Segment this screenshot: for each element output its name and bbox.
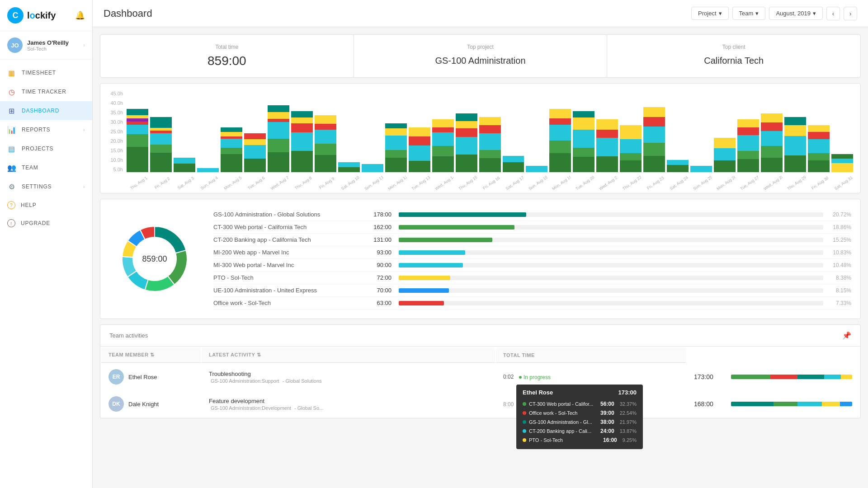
col-totaltime: TOTAL TIME bbox=[496, 347, 686, 363]
bar-segment bbox=[174, 164, 195, 172]
activities-thead: TEAM MEMBER ⇅ LATEST ACTIVITY ⇅ TOTAL TI… bbox=[101, 347, 859, 363]
project-name: CT-200 Banking app - California Tech bbox=[213, 236, 367, 243]
bar-segment bbox=[643, 117, 665, 127]
member-cell: DK Dale Knight bbox=[101, 391, 201, 417]
bar-segment bbox=[432, 156, 454, 172]
bar-group[interactable] bbox=[573, 111, 594, 172]
bar-segment bbox=[456, 137, 477, 155]
upgrade-icon: ↑ bbox=[7, 219, 15, 227]
project-bar-inner bbox=[399, 238, 492, 242]
project-dropdown[interactable]: Project ▾ bbox=[691, 7, 728, 20]
bar-group[interactable] bbox=[596, 119, 618, 172]
bar-group[interactable] bbox=[737, 119, 759, 172]
x-axis-label: Mon, Aug 19 bbox=[552, 175, 572, 191]
bar-group[interactable] bbox=[409, 127, 430, 172]
bar-group[interactable] bbox=[150, 117, 172, 172]
bar-group[interactable] bbox=[385, 123, 407, 172]
project-bar-outer bbox=[399, 263, 823, 267]
y-axis-label: 40.0h bbox=[108, 100, 125, 106]
project-bar-outer bbox=[399, 288, 823, 293]
sidebar-item-team[interactable]: 👥 TEAM bbox=[0, 158, 92, 177]
team-icon: 👥 bbox=[7, 163, 16, 172]
bar-segment bbox=[291, 111, 313, 117]
bar-group[interactable] bbox=[456, 113, 477, 172]
bar-segment bbox=[244, 133, 266, 139]
bar-group[interactable] bbox=[526, 166, 547, 172]
x-axis-label: Mon, Aug 5 bbox=[222, 175, 243, 191]
top-client-value: California Tech bbox=[618, 54, 849, 66]
bar-segment bbox=[596, 119, 618, 130]
bar-group[interactable] bbox=[479, 117, 501, 172]
notification-bell-icon[interactable]: 🔔 bbox=[75, 10, 85, 20]
bar-group[interactable] bbox=[714, 138, 736, 172]
sort-icon[interactable]: ⇅ bbox=[257, 352, 261, 357]
bar-segment bbox=[643, 156, 665, 172]
bar-group[interactable] bbox=[690, 166, 712, 172]
x-axis-label: Sun, Aug 4 bbox=[199, 175, 219, 191]
sidebar-item-reports[interactable]: 📊 REPORTS › bbox=[0, 120, 92, 139]
sidebar-item-label: PROJECTS bbox=[22, 145, 53, 152]
bar-group[interactable] bbox=[362, 164, 383, 172]
x-axis-label: Sun, Aug 25 bbox=[693, 175, 713, 191]
bar-group[interactable] bbox=[244, 133, 266, 172]
sidebar-item-dashboard[interactable]: ⊞ DASHBOARD bbox=[0, 101, 92, 120]
bar-segment bbox=[127, 134, 148, 147]
bar-group[interactable] bbox=[174, 158, 195, 172]
bar-group[interactable] bbox=[268, 105, 289, 172]
bar-group[interactable] bbox=[197, 168, 219, 172]
x-axis-label: Tue, Aug 20 bbox=[575, 175, 595, 191]
bar-group[interactable] bbox=[831, 154, 853, 172]
bar-segment bbox=[150, 145, 172, 153]
bar-segment bbox=[596, 138, 618, 156]
bar-segment bbox=[690, 166, 712, 172]
bar-group[interactable] bbox=[338, 162, 360, 172]
bar-group[interactable] bbox=[643, 107, 665, 172]
x-axis-label: Thu, Aug 22 bbox=[622, 175, 642, 191]
bar-segment bbox=[808, 125, 830, 132]
bar-group[interactable] bbox=[315, 115, 336, 172]
bar-group[interactable] bbox=[808, 125, 830, 172]
bar-group[interactable] bbox=[784, 117, 806, 172]
bar-group[interactable] bbox=[761, 113, 783, 172]
date-dropdown[interactable]: August, 2019 ▾ bbox=[769, 7, 823, 20]
bar-group[interactable] bbox=[503, 156, 524, 172]
bar-chart-area: 5.0h10.0h15.0h20.0h25.0h30.0h35.0h40.0h4… bbox=[108, 91, 853, 186]
sidebar-item-timesheet[interactable]: ▦ TIMESHEET bbox=[0, 63, 92, 82]
sidebar-item-timetracker[interactable]: ◷ TIME TRACKER bbox=[0, 82, 92, 101]
prev-date-button[interactable]: ‹ bbox=[826, 7, 840, 20]
sidebar-item-settings[interactable]: ⚙ SETTINGS › bbox=[0, 177, 92, 196]
bar-group[interactable] bbox=[127, 109, 148, 172]
activity-cell: Troubleshooting GS-100 Administration:Su… bbox=[202, 364, 495, 390]
sort-icon[interactable]: ⇅ bbox=[150, 352, 155, 357]
x-axis-label: Fri, Aug 9 bbox=[316, 175, 337, 191]
project-time: 93:00 bbox=[367, 249, 399, 256]
y-axis-label: 45.0h bbox=[108, 91, 125, 96]
project-bar-inner bbox=[399, 225, 514, 230]
bar-group[interactable] bbox=[667, 160, 689, 172]
sidebar-item-label: HELP bbox=[21, 202, 37, 208]
bar-group[interactable] bbox=[432, 119, 454, 172]
project-name: Office work - Sol-Tech bbox=[213, 300, 367, 306]
bar-group[interactable] bbox=[549, 109, 571, 172]
project-row: CT-200 Banking app - California Tech 131… bbox=[213, 234, 851, 246]
user-profile[interactable]: JO James O'Reilly Sol-Tech › bbox=[0, 31, 92, 60]
project-pct: 7.33% bbox=[829, 300, 851, 306]
sidebar-item-help[interactable]: ? HELP bbox=[0, 196, 92, 214]
next-date-button[interactable]: › bbox=[844, 7, 857, 20]
tooltip-dot bbox=[523, 438, 526, 442]
sidebar-item-upgrade[interactable]: ↑ UPGRADE bbox=[0, 214, 92, 232]
bar-group[interactable] bbox=[291, 111, 313, 172]
bar-group[interactable] bbox=[221, 127, 242, 172]
donut-segment[interactable] bbox=[155, 226, 186, 253]
donut-segment[interactable] bbox=[145, 276, 174, 291]
bar-group[interactable] bbox=[620, 125, 642, 172]
team-dropdown[interactable]: Team ▾ bbox=[732, 7, 766, 20]
member-avatar: ER bbox=[108, 369, 124, 385]
tooltip-row: PTO - Sol-Tech 16:00 9.25% bbox=[523, 436, 637, 445]
bar-segment bbox=[596, 156, 618, 172]
bar-segment bbox=[503, 156, 524, 162]
timetracker-icon: ◷ bbox=[7, 87, 16, 96]
pin-icon[interactable]: 📌 bbox=[842, 331, 851, 340]
project-dropdown-icon: ▾ bbox=[719, 10, 722, 17]
sidebar-item-projects[interactable]: ▤ PROJECTS bbox=[0, 139, 92, 158]
